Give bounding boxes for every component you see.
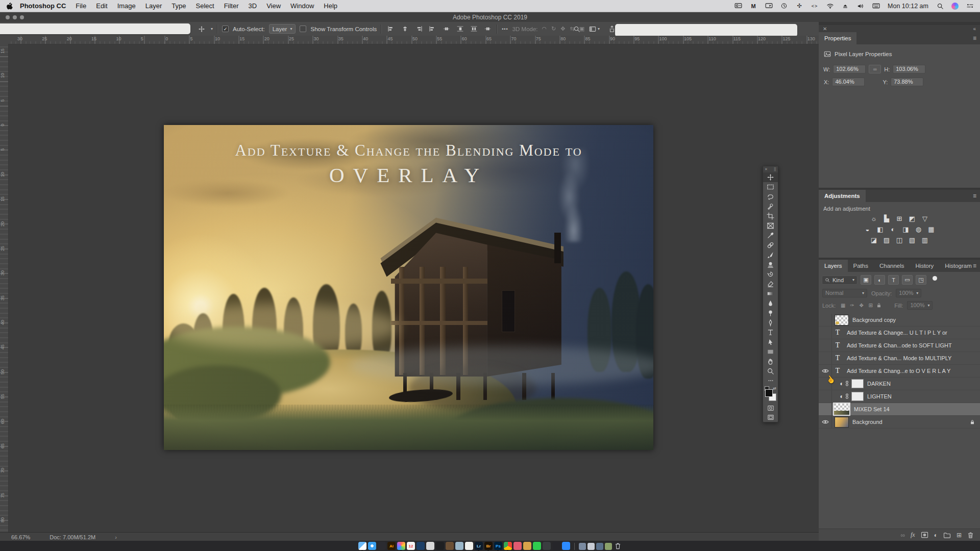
notification-center-icon[interactable] — [966, 3, 974, 10]
invert-icon[interactable]: ◪ — [870, 236, 878, 244]
dock-app-illustrator[interactable]: Ai — [387, 542, 396, 550]
quick-selection-tool[interactable] — [763, 202, 778, 211]
photo-filter-icon[interactable]: ◨ — [902, 226, 910, 233]
brightness-contrast-icon[interactable]: ☼ — [870, 215, 878, 222]
lock-artboard-icon[interactable]: ⊞ — [867, 303, 874, 308]
frame-tool[interactable] — [763, 221, 778, 231]
move-tool[interactable] — [763, 172, 778, 182]
type-tool[interactable] — [763, 328, 778, 337]
layer-name[interactable]: LIGHTEN — [867, 393, 980, 399]
quick-mask-button[interactable] — [763, 404, 778, 413]
swap-colors-icon[interactable]: ⇄ — [773, 386, 776, 391]
menu-layer[interactable]: Layer — [145, 2, 162, 10]
layer-mask-icon[interactable] — [921, 532, 928, 538]
link-dimensions-icon[interactable]: ∞ — [869, 65, 881, 73]
layer-visibility-toggle[interactable] — [819, 352, 832, 364]
dock-app-safari[interactable] — [368, 542, 376, 550]
new-layer-icon[interactable]: ⊞ — [957, 532, 962, 539]
dock-stack-4[interactable] — [605, 543, 612, 550]
pixel-layer-filter-icon[interactable]: ▣ — [861, 275, 871, 285]
layer-name[interactable]: DARKEN — [867, 381, 980, 387]
selective-color-icon[interactable]: ▥ — [921, 236, 929, 244]
lock-all-icon[interactable] — [876, 303, 883, 308]
dock-trash-icon[interactable] — [614, 542, 622, 550]
levels-icon[interactable]: ▙ — [883, 215, 891, 222]
search-icon[interactable] — [572, 24, 582, 34]
dock-app-finder[interactable] — [358, 542, 366, 550]
color-balance-icon[interactable]: ◧ — [876, 226, 884, 233]
layer-visibility-eye-icon[interactable] — [819, 416, 832, 428]
gradient-map-icon[interactable]: ▧ — [909, 236, 916, 244]
dock-app-photos[interactable] — [397, 542, 405, 550]
workspace-switcher-icon[interactable]: ▾ — [589, 24, 600, 34]
foreground-color-swatch[interactable] — [765, 389, 773, 397]
tools-palette-header[interactable]: ✕⣿ — [763, 166, 778, 172]
rectangle-tool[interactable] — [763, 347, 778, 357]
brush-tool[interactable] — [763, 250, 778, 260]
distribute-vertical-icon[interactable] — [482, 24, 493, 34]
panel-menu-icon[interactable]: ≡ — [973, 35, 976, 42]
lock-pixels-icon[interactable]: ✑ — [849, 303, 855, 308]
auto-select-dropdown[interactable]: Layer▾ — [269, 24, 296, 34]
smart-object-filter-icon[interactable]: ◳ — [916, 275, 926, 285]
horizontal-ruler[interactable]: 3025201510505101520253035404550556065707… — [8, 36, 819, 44]
adjustment-layer-icon[interactable]: ◐ — [934, 532, 938, 539]
menu-clock[interactable]: Mon 10:12 am — [888, 3, 928, 10]
layer-name[interactable]: Add Texture & Chan...ode to SOFT LIGHT — [847, 342, 980, 348]
screen-share-icon[interactable] — [765, 3, 773, 10]
tab-adjustments[interactable]: Adjustments — [819, 190, 866, 202]
dock-stack-2[interactable] — [587, 543, 595, 550]
dock-app-folder-app[interactable] — [446, 542, 454, 550]
dock-app-chrome[interactable] — [504, 542, 512, 550]
status-chevron-icon[interactable]: › — [115, 534, 117, 540]
layer-row[interactable]: ◐DARKEN — [819, 378, 980, 390]
layer-group-icon[interactable] — [943, 532, 951, 538]
layer-name[interactable]: Add Texture & Chang...e to O V E R L A Y — [847, 368, 980, 374]
display-icon[interactable] — [734, 3, 742, 10]
layer-visibility-toggle[interactable] — [819, 339, 832, 352]
blur-tool[interactable] — [763, 298, 778, 308]
pen-tool[interactable] — [763, 318, 778, 328]
dock-app-messenger-green[interactable] — [533, 542, 541, 550]
menu-window[interactable]: Window — [290, 2, 314, 10]
eraser-tool[interactable] — [763, 279, 778, 289]
tab-layers[interactable]: Layers — [819, 260, 848, 272]
filter-toggle-icon[interactable] — [933, 276, 937, 281]
dock-app-bridge[interactable]: Br — [484, 542, 493, 550]
layer-name[interactable]: Background copy — [852, 317, 980, 323]
more-align-options-icon[interactable]: ••• — [502, 24, 508, 34]
dock-app-photoshop[interactable]: Ps — [494, 542, 502, 550]
dodge-tool[interactable] — [763, 308, 778, 318]
layer-name[interactable]: Background — [852, 419, 970, 425]
black-and-white-icon[interactable]: ◐ — [889, 226, 897, 233]
curves-icon[interactable]: ⊞ — [896, 215, 903, 222]
layer-mask-thumbnail[interactable] — [851, 392, 864, 401]
wifi-icon[interactable] — [826, 3, 834, 10]
layer-thumbnail[interactable] — [835, 417, 849, 428]
3d-roll-icon[interactable]: ↻ — [551, 26, 556, 32]
dock-app-pink-app[interactable] — [513, 542, 522, 550]
posterize-icon[interactable]: ▨ — [883, 236, 891, 244]
layer-row[interactable]: TAdd Texture & Chan...ode to SOFT LIGHT — [819, 339, 980, 352]
dock-app-photo-editor[interactable] — [455, 542, 463, 550]
panel-menu-icon[interactable]: ≡ — [973, 262, 976, 269]
dock-app-blue-app[interactable] — [416, 542, 425, 550]
dock-app-zoom-app[interactable] — [562, 542, 570, 550]
align-horizontal-centers-icon[interactable] — [400, 24, 410, 34]
siri-icon[interactable] — [951, 3, 959, 10]
y-field[interactable]: 73.88% — [891, 78, 923, 86]
shape-layer-filter-icon[interactable]: ▭ — [902, 275, 913, 285]
align-right-edges-icon[interactable] — [413, 24, 424, 34]
menu-help[interactable]: Help — [324, 2, 337, 10]
dock-app-camera-app[interactable] — [436, 542, 444, 550]
code-menu-icon[interactable]: <> — [811, 3, 819, 10]
m-app-icon[interactable]: M — [749, 3, 757, 10]
spotlight-icon[interactable] — [936, 3, 944, 10]
dock-app-notes[interactable] — [426, 542, 434, 550]
menu-3d[interactable]: 3D — [249, 2, 257, 10]
type-layer-filter-icon[interactable]: T — [888, 275, 899, 285]
crop-tool[interactable] — [763, 211, 778, 221]
dock-app-gray-app[interactable] — [543, 542, 551, 550]
align-bottom-edges-icon[interactable] — [455, 24, 465, 34]
layer-row[interactable]: TAdd Texture & Chang...e to O V E R L A … — [819, 365, 980, 378]
